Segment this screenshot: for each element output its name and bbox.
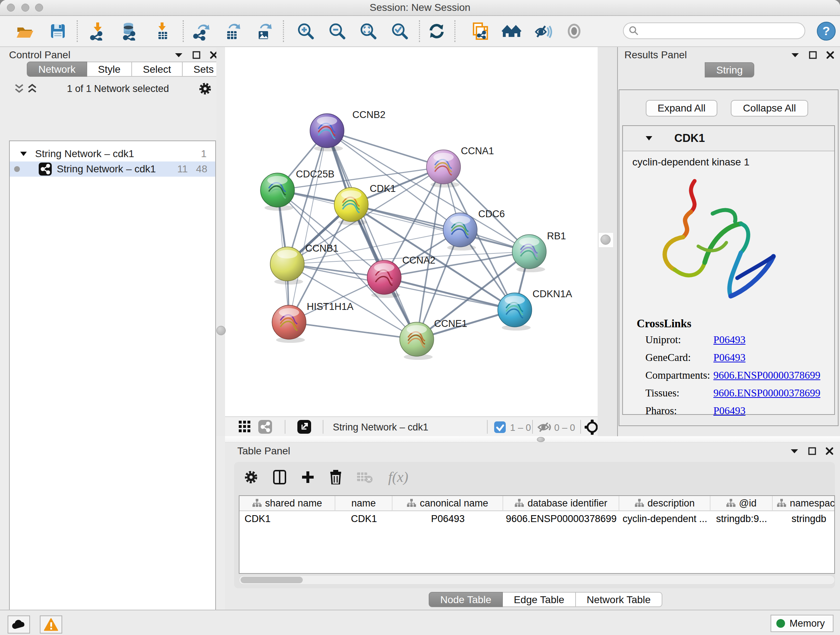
memory-button[interactable]: Memory [771,615,834,632]
expand-all-tree-icon[interactable] [14,83,24,94]
tree-caret-icon[interactable] [20,151,27,157]
column-header-namespace[interactable]: namespace [773,496,835,511]
import-network-icon[interactable] [88,21,108,41]
import-table-icon[interactable] [152,21,172,41]
tab-string[interactable]: String [705,62,754,78]
scrollbar-thumb[interactable] [240,577,303,583]
copy-network-icon[interactable] [470,21,490,41]
network-view-share-icon[interactable] [258,420,272,434]
left-splitter-handle[interactable] [216,326,226,335]
refresh-icon[interactable] [426,21,447,41]
eye-icon[interactable] [564,21,584,41]
add-column-icon[interactable] [302,470,314,484]
crosslink-link[interactable]: P06493 [714,334,745,346]
show-columns-icon[interactable] [273,470,286,485]
panel-menu-icon[interactable] [174,52,183,58]
warnings-button[interactable] [40,616,62,633]
panel-close-icon[interactable] [826,51,834,59]
table-horizontal-scrollbar[interactable] [239,575,835,585]
window-close-button[interactable] [7,4,15,11]
delete-table-icon[interactable] [357,471,373,483]
panel-float-icon[interactable] [193,51,201,59]
separator [580,420,581,434]
export-table-icon[interactable] [221,21,242,41]
network-canvas[interactable]: CCNB2CCNA1CDC25BCDK1CDC6RB1CCNB1CCNA2CDK… [225,47,598,416]
table-cell[interactable]: stringdb [773,511,835,526]
panel-float-icon[interactable] [808,447,816,455]
table-cell[interactable]: 9606.ENSP00000378699 [503,511,619,526]
collapse-all-tree-icon[interactable] [27,83,37,94]
hidden-eye-icon[interactable] [537,421,552,433]
node-CCNA1[interactable]: CCNA1 [426,146,494,187]
zoom-in-icon[interactable] [295,21,316,41]
bottom-splitter[interactable] [225,436,840,442]
help-icon[interactable]: ? [816,21,836,41]
bottom-splitter-handle[interactable] [537,437,545,442]
edge-HIST1H1A-CCNE1[interactable] [289,322,417,339]
edge-CCNB2-CCNA1[interactable] [327,131,444,167]
tab-node-table[interactable]: Node Table [429,592,503,607]
tab-edge-table[interactable]: Edge Table [503,592,576,607]
crosslink-link[interactable]: 9606.ENSP00000378699 [714,369,821,381]
export-network-icon[interactable] [191,21,211,41]
network-edge-count: 48 [196,163,207,175]
node-CCNE1[interactable]: CCNE1 [400,318,467,360]
node-CDC25B[interactable]: CDC25B [261,169,335,211]
function-builder-icon[interactable]: f(x) [388,469,409,486]
delete-column-icon[interactable] [330,470,342,485]
import-network-from-database-icon[interactable] [118,21,139,41]
node-CDKN1A[interactable]: CDKN1A [498,288,572,331]
search-input[interactable] [639,25,805,37]
panel-close-icon[interactable] [826,447,834,455]
crosslink-link[interactable]: 9606.ENSP00000378699 [714,387,821,399]
tab-select[interactable]: Select [132,62,183,77]
cloud-button[interactable] [8,616,30,633]
panel-float-icon[interactable] [809,51,817,59]
left-splitter[interactable] [216,47,225,436]
tab-style[interactable]: Style [87,62,132,77]
table-settings-gear-icon[interactable] [244,470,258,484]
show-hide-icon[interactable] [533,21,553,41]
export-image-icon[interactable] [253,21,273,41]
column-header-database-identifier[interactable]: database identifier [503,496,619,511]
collapse-all-button[interactable]: Collapse All [731,100,808,117]
network-collection-row[interactable]: String Network – cdk1 1 [10,146,215,162]
table-cell[interactable]: stringdb:9... [711,511,773,526]
right-splitter[interactable] [598,47,617,436]
crosslink-link[interactable]: P06493 [714,352,745,363]
table-cell[interactable]: P06493 [393,511,503,526]
zoom-out-icon[interactable] [327,21,347,41]
window-minimize-button[interactable] [21,4,29,11]
string-home-icon[interactable] [501,21,522,41]
protein-header-row[interactable]: CDK1 [623,126,834,151]
right-splitter-handle[interactable] [600,234,611,245]
crosslink-link[interactable]: P06493 [714,405,745,417]
collapse-caret-icon[interactable] [645,135,653,141]
panel-menu-icon[interactable] [791,52,799,58]
grid-view-icon[interactable] [239,421,251,433]
column-header-canonical-name[interactable]: canonical name [393,496,503,511]
window-zoom-button[interactable] [35,4,43,11]
tab-network[interactable]: Network [27,62,87,77]
expand-all-button[interactable]: Expand All [646,100,717,117]
node-RB1[interactable]: RB1 [512,231,566,272]
column-header-shared-name[interactable]: shared name [240,496,335,511]
open-session-icon[interactable] [14,21,35,41]
column-header-@id[interactable]: @id [711,496,773,511]
column-header-name[interactable]: name [335,496,393,511]
open-in-new-window-icon[interactable] [297,420,311,434]
node-HIST1H1A[interactable]: HIST1H1A [272,301,354,343]
tab-network-table[interactable]: Network Table [576,592,662,607]
table-cell[interactable]: cyclin-dependent ... [619,511,711,526]
save-session-icon[interactable] [48,21,68,41]
zoom-fit-icon[interactable] [358,21,378,41]
column-header-description[interactable]: description [619,496,711,511]
panel-menu-icon[interactable] [790,448,799,454]
table-cell[interactable]: CDK1 [335,511,393,526]
table-cell[interactable]: CDK1 [240,511,335,526]
selected-checkbox-icon[interactable] [494,421,506,433]
node-CDC6[interactable]: CDC6 [443,209,505,250]
zoom-selected-icon[interactable] [390,21,410,41]
network-row[interactable]: String Network – cdk1 11 48 [10,162,215,177]
network-options-gear-icon[interactable] [199,82,212,95]
